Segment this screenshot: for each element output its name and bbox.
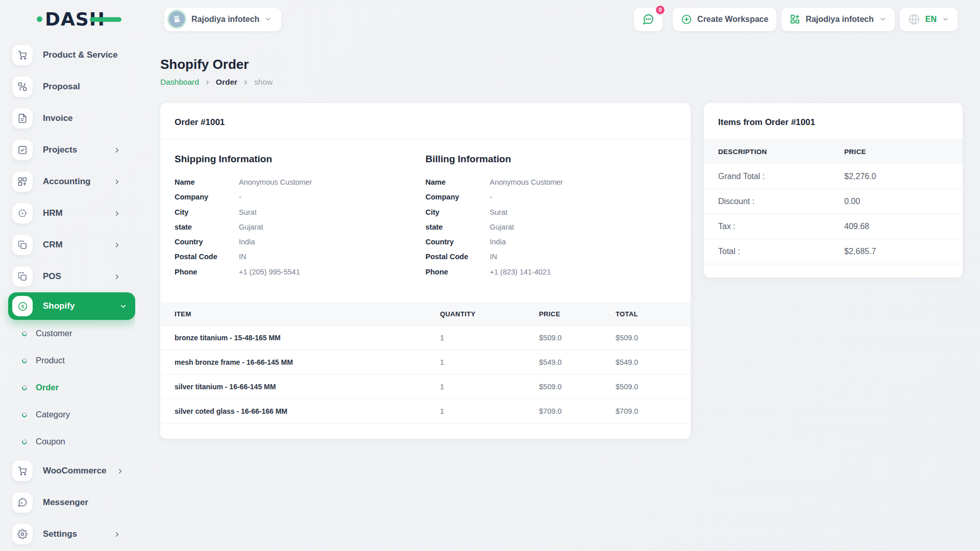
sidebar-item-shopify[interactable]: S Shopify — [8, 292, 135, 320]
brand-logo[interactable]: DASH — [37, 9, 105, 30]
sidebar-item-customer[interactable]: Customer — [0, 320, 135, 347]
notification-badge: 0 — [655, 5, 666, 15]
workspace-selector[interactable]: Rajodiya infotech — [164, 8, 281, 31]
info-label: Name — [175, 177, 239, 187]
company-dropdown[interactable]: Rajodiya infotech — [781, 8, 894, 31]
shipping-fields: Name Anonymous Customer Company - — [175, 177, 426, 277]
bullet-icon — [21, 438, 28, 445]
sidebar-item-woocommerce[interactable]: WooCommerce — [0, 455, 135, 487]
sidebar-item-messenger[interactable]: Messenger — [0, 487, 135, 518]
sidebar-item-proposal[interactable]: Proposal — [0, 71, 135, 103]
plus-circle-icon — [681, 14, 692, 25]
info-value: India — [490, 237, 506, 247]
topbar: Rajodiya infotech 0 Create Workspace Raj… — [135, 0, 980, 38]
crm-icon — [12, 235, 33, 255]
chevron-right-icon — [113, 531, 121, 538]
sidebar-item-category[interactable]: Category — [0, 401, 135, 428]
create-workspace-button[interactable]: Create Workspace — [673, 8, 776, 31]
info-row: City Surat — [426, 207, 677, 217]
sidebar-item-order[interactable]: Order — [0, 374, 135, 401]
grid-icon — [790, 14, 800, 24]
sidebar-item-coupon[interactable]: Coupon — [0, 428, 135, 455]
item-total: $509.0 — [616, 334, 691, 342]
gear-icon — [12, 524, 33, 544]
logo-dot-icon — [37, 16, 42, 22]
sidebar: Product & Service Proposal Invoice Proje… — [0, 38, 135, 551]
info-value: - — [239, 192, 241, 202]
summary-label: Tax : — [718, 222, 844, 231]
info-value: IN — [239, 252, 247, 262]
info-label: Country — [426, 237, 490, 247]
info-label: state — [175, 222, 239, 232]
messages-button[interactable]: 0 — [634, 8, 663, 31]
language-code: EN — [925, 15, 937, 24]
item-price: $709.0 — [539, 407, 616, 415]
address-columns: Shipping Information Name Anonymous Cust… — [160, 139, 691, 282]
order-card: Order #1001 Shipping Information Name An… — [160, 103, 691, 439]
chevron-down-icon — [879, 15, 887, 23]
sidebar-item-product[interactable]: Product — [0, 347, 135, 374]
info-label: state — [426, 222, 490, 232]
table-row: bronze titanium - 15-48-165 MM 1 $509.0 … — [160, 325, 691, 350]
summary-card-footer — [704, 264, 963, 278]
woocommerce-cart-icon — [12, 461, 33, 481]
info-row: Postal Code IN — [175, 252, 426, 262]
item-name: silver titanium - 16-66-145 MM — [175, 383, 440, 391]
breadcrumb-order-link[interactable]: Order — [216, 78, 237, 87]
info-value: IN — [490, 252, 498, 262]
messenger-icon — [12, 492, 33, 513]
sidebar-item-hrm[interactable]: HRM — [0, 197, 135, 229]
logo-cell: DASH — [0, 0, 135, 38]
sidebar-item-product-service[interactable]: Product & Service — [0, 39, 135, 71]
info-label: Name — [426, 177, 490, 187]
sidebar-item-settings[interactable]: Settings — [0, 518, 135, 550]
bullet-icon — [21, 330, 28, 337]
billing-heading: Billing Information — [426, 154, 677, 165]
summary-label: Total : — [718, 247, 844, 256]
chat-icon — [642, 13, 654, 26]
chevron-right-icon — [116, 467, 124, 475]
sidebar-item-projects[interactable]: Projects — [0, 134, 135, 166]
info-value: Surat — [490, 207, 508, 217]
item-total: $509.0 — [616, 383, 691, 391]
table-row: silver coted glass - 16-66-166 MM 1 $709… — [160, 399, 691, 423]
billing-info: Billing Information Name Anonymous Custo… — [426, 154, 677, 282]
info-label: Company — [175, 192, 239, 202]
chevron-right-icon — [113, 178, 121, 186]
info-value: Anonymous Customer — [490, 177, 563, 187]
shipping-heading: Shipping Information — [175, 154, 426, 165]
building-avatar — [167, 10, 186, 29]
breadcrumb-dashboard-link[interactable]: Dashboard — [160, 78, 199, 87]
summary-value: $2,685.7 — [844, 247, 948, 256]
sidebar-item-pos[interactable]: POS — [0, 261, 135, 292]
svg-text:S: S — [21, 304, 24, 309]
col-price: PRICE — [539, 310, 616, 318]
invoice-icon — [12, 108, 33, 129]
info-label: Country — [175, 237, 239, 247]
sidebar-item-invoice[interactable]: Invoice — [0, 103, 135, 134]
summary-card: Items from Order #1001 DESCRIPTION PRICE… — [704, 103, 963, 278]
summary-value: 0.00 — [844, 197, 948, 206]
sidebar-item-accounting[interactable]: Accounting — [0, 166, 135, 197]
item-price: $549.0 — [539, 358, 616, 366]
chevron-right-icon — [242, 79, 249, 86]
sidebar-item-crm[interactable]: CRM — [0, 229, 135, 261]
items-table-header: ITEM QUANTITY PRICE TOTAL — [160, 302, 691, 325]
col-quantity: QUANTITY — [440, 310, 539, 318]
projects-icon — [12, 140, 33, 160]
info-label: Postal Code — [175, 252, 239, 262]
item-price: $509.0 — [539, 334, 616, 342]
table-row: silver titanium - 16-66-145 MM 1 $509.0 … — [160, 374, 691, 399]
items-table-body: bronze titanium - 15-48-165 MM 1 $509.0 … — [160, 325, 691, 423]
page-title: Shopify Order — [160, 57, 963, 72]
chevron-down-icon — [264, 15, 272, 23]
info-row: Country India — [175, 237, 426, 247]
info-value: - — [490, 192, 493, 202]
info-row: Company - — [426, 192, 677, 202]
info-label: City — [426, 207, 490, 217]
info-label: City — [175, 207, 239, 217]
billing-fields: Name Anonymous Customer Company - — [426, 177, 677, 277]
item-total: $709.0 — [616, 407, 691, 415]
language-selector[interactable]: EN — [900, 8, 958, 31]
proposal-icon — [12, 77, 33, 97]
